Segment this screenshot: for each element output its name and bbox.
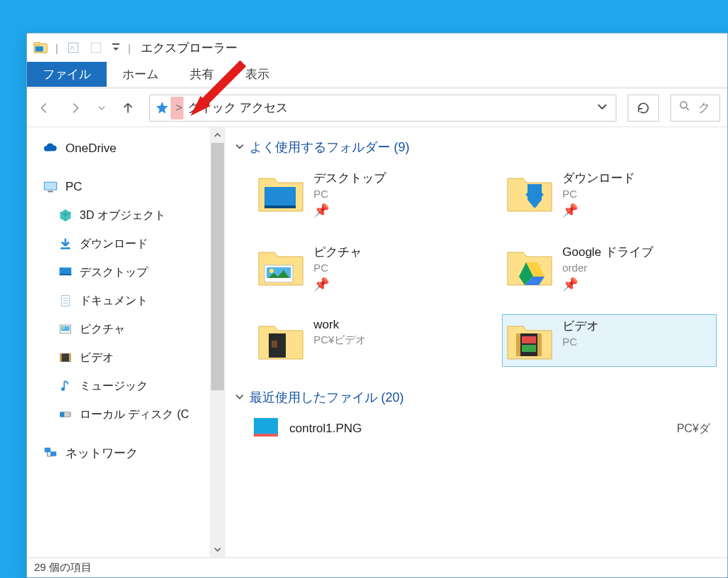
tree-pc[interactable]: PC: [27, 173, 210, 201]
pictures-icon: [58, 322, 73, 336]
tab-label: 共有: [190, 66, 214, 82]
downloads-folder-icon: [505, 170, 554, 215]
tree-label: ビデオ: [80, 350, 114, 365]
tree-local-disk-c[interactable]: ローカル ディスク (C: [27, 400, 210, 429]
group-recent-header[interactable]: 最近使用したファイル (20): [225, 387, 727, 413]
separator-icon: |: [55, 42, 58, 54]
tab-file[interactable]: ファイル: [27, 62, 107, 87]
folder-item-gdrive[interactable]: Google ドライブ order 📌: [503, 241, 716, 295]
desktop-icon: [58, 265, 73, 279]
folder-sub: PC: [314, 262, 362, 274]
tab-home[interactable]: ホーム: [107, 62, 174, 87]
svg-point-25: [61, 360, 63, 361]
svg-rect-31: [50, 451, 56, 456]
nav-up-button[interactable]: [118, 98, 138, 118]
svg-rect-41: [537, 333, 542, 356]
recent-file-path: PC¥ダ: [677, 422, 713, 437]
tree-documents[interactable]: ドキュメント: [27, 287, 210, 315]
tree-label: PC: [65, 180, 82, 194]
svg-rect-1: [34, 43, 40, 46]
scroll-thumb[interactable]: [211, 143, 224, 390]
folder-item-downloads[interactable]: ダウンロード PC 📌: [503, 167, 716, 221]
refresh-button[interactable]: [628, 95, 659, 122]
tree-label: 3D オブジェクト: [80, 208, 166, 223]
svg-point-23: [61, 355, 63, 356]
svg-rect-4: [91, 43, 101, 53]
folder-item-pictures[interactable]: ピクチャ PC 📌: [254, 241, 467, 295]
address-location[interactable]: クイック アクセス: [188, 100, 288, 116]
tree-label: ドキュメント: [80, 294, 148, 309]
explorer-icon: [33, 40, 48, 55]
qat-customize-button[interactable]: [111, 40, 121, 55]
folder-grid: デスクトップ PC 📌 ダウンロード PC 📌: [225, 163, 727, 387]
scroll-down-button[interactable]: [210, 542, 225, 557]
search-placeholder: ク: [698, 100, 710, 116]
tree-network[interactable]: ネットワーク: [27, 439, 210, 467]
tree-pictures[interactable]: ピクチャ: [27, 315, 210, 343]
ribbon-tabs: ファイル ホーム 共有 表示: [27, 62, 727, 89]
folder-name: work: [314, 318, 366, 332]
window-title: エクスプローラー: [141, 40, 237, 56]
tree-label: ダウンロード: [80, 237, 148, 252]
tree-label: デスクトップ: [80, 265, 148, 280]
tree-onedrive[interactable]: OneDrive: [27, 134, 210, 163]
tree-desktop[interactable]: デスクトップ: [27, 258, 210, 287]
svg-rect-32: [264, 187, 296, 208]
recent-item[interactable]: control1.PNG PC¥ダ: [254, 413, 713, 444]
group-frequent-header[interactable]: よく使用するフォルダー (9): [225, 137, 727, 163]
svg-rect-10: [60, 247, 70, 250]
qat-properties-button[interactable]: [65, 40, 81, 55]
tree-label: ミュージック: [80, 379, 148, 394]
folder-sub: order: [562, 262, 653, 274]
svg-rect-44: [254, 418, 278, 434]
onedrive-icon: [43, 141, 58, 156]
status-item-count: 29 個の項目: [34, 561, 92, 574]
qat-newfolder-button[interactable]: [88, 40, 104, 55]
tab-view[interactable]: 表示: [230, 62, 285, 87]
folder-item-work[interactable]: work PC¥ビデオ: [254, 315, 467, 366]
content-scrollbar[interactable]: [210, 127, 225, 557]
svg-rect-18: [61, 326, 70, 331]
tree-videos[interactable]: ビデオ: [27, 343, 210, 372]
folder-name: デスクトップ: [314, 170, 386, 186]
group-title: 最近使用したファイル (20): [250, 389, 404, 406]
pin-icon: 📌: [562, 277, 653, 292]
nav-recent-dropdown[interactable]: [97, 98, 107, 118]
pictures-folder-icon: [257, 244, 305, 289]
breadcrumb-separator-icon[interactable]: >: [176, 102, 182, 114]
tab-share[interactable]: 共有: [174, 62, 230, 87]
content-pane: よく使用するフォルダー (9) デスクトップ PC 📌: [225, 127, 727, 557]
svg-rect-5: [112, 43, 119, 45]
navbar: > クイック アクセス ク: [27, 89, 727, 127]
folder-item-videos[interactable]: ビデオ PC: [503, 315, 716, 366]
tree-label: OneDrive: [65, 141, 117, 156]
tree-music[interactable]: ミュージック: [27, 372, 210, 400]
quick-access-star-icon: [154, 100, 170, 116]
group-title: よく使用するフォルダー (9): [250, 139, 410, 156]
folder-item-desktop[interactable]: デスクトップ PC 📌: [254, 167, 467, 221]
tree-3d-objects[interactable]: 3D オブジェクト: [27, 201, 210, 230]
svg-rect-22: [69, 353, 71, 362]
svg-rect-38: [272, 341, 277, 348]
tab-label: ホーム: [122, 66, 159, 82]
scroll-up-button[interactable]: [210, 127, 225, 143]
folder-sub: PC: [562, 336, 599, 348]
status-bar: 29 個の項目: [27, 557, 727, 577]
tree-label: ピクチャ: [80, 322, 125, 337]
search-box[interactable]: ク: [670, 95, 720, 122]
cube-icon: [58, 208, 73, 223]
desktop-folder-icon: [257, 170, 305, 215]
body: OneDrive PC 3D オブジェクト ダウンロード デスクトップ ドキ: [27, 127, 727, 557]
address-dropdown-button[interactable]: [593, 102, 611, 114]
nav-forward-button[interactable]: [65, 98, 85, 118]
disk-icon: [58, 407, 73, 422]
tree-downloads[interactable]: ダウンロード: [27, 230, 210, 258]
nav-tree: OneDrive PC 3D オブジェクト ダウンロード デスクトップ ドキ: [27, 127, 210, 557]
pc-icon: [43, 179, 58, 195]
chevron-down-icon: [235, 141, 244, 153]
nav-back-button[interactable]: [34, 98, 54, 118]
address-bar[interactable]: > クイック アクセス: [149, 95, 616, 122]
scroll-track[interactable]: [210, 143, 225, 542]
chevron-down-icon: [235, 392, 244, 403]
separator-icon: |: [128, 42, 131, 54]
